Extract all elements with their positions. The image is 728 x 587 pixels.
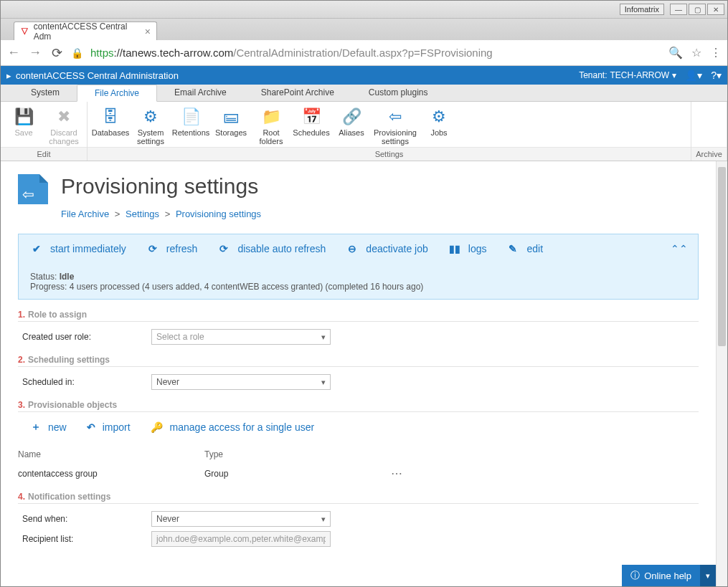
page-content: ⇦ Provisioning settings File Archive > S… <box>1 161 716 586</box>
object-action-manage-access[interactable]: 🔑manage access for a single user <box>151 421 315 434</box>
section-number: 4. <box>18 492 25 502</box>
cell-type: Group <box>204 469 391 479</box>
forward-button[interactable]: → <box>28 45 42 60</box>
ribbon-provisioning-button[interactable]: ⇦Provisioning settings <box>372 106 419 147</box>
action-disable-auto-refresh[interactable]: ⟳disable auto refresh <box>217 243 326 254</box>
provisioning-icon: ⇦ <box>384 108 406 126</box>
breadcrumb: File Archive > Settings > Provisioning s… <box>61 209 699 219</box>
ribbon-aliases-button[interactable]: 🔗Aliases <box>331 106 372 147</box>
ribbon-system-settings-button[interactable]: ⚙System settings <box>131 106 171 147</box>
cell-name: contentaccess group <box>18 469 204 479</box>
zoom-icon[interactable]: 🔍 <box>668 46 683 59</box>
scrollbar[interactable] <box>716 161 727 586</box>
ribbon-tab-custom-plugins[interactable]: Custom plugins <box>351 85 445 101</box>
collapse-chevron-icon[interactable]: ⌃⌃ <box>671 243 688 254</box>
action-deactivate-job[interactable]: ⊖deactivate job <box>346 243 427 254</box>
ribbon-tab-sharepoint-archive[interactable]: SharePoint Archive <box>244 85 351 101</box>
url-scheme: https <box>90 47 114 59</box>
action-start-immediately[interactable]: ✔start immediately <box>30 243 126 254</box>
ribbon-tab-system[interactable]: System <box>14 85 77 101</box>
recipient-list-input[interactable] <box>151 531 331 547</box>
storage-icon: 🖴 <box>220 108 242 126</box>
action-refresh[interactable]: ⟳refresh <box>146 243 198 254</box>
browser-menu-icon[interactable]: ⋮ <box>710 46 722 59</box>
alias-icon: 🔗 <box>341 108 362 126</box>
action-label: import <box>103 421 131 433</box>
row-actions-menu[interactable]: ⋯ <box>391 467 699 480</box>
user-menu-icon[interactable]: 👤▾ <box>685 70 702 81</box>
folder-icon: 📁 <box>260 108 282 126</box>
ribbon-jobs-button[interactable]: ⚙Jobs <box>419 106 459 147</box>
ribbon-item-label: Discard changes <box>45 128 82 145</box>
page-title: Provisioning settings <box>61 174 258 199</box>
breadcrumb-link[interactable]: Settings <box>126 209 159 219</box>
close-window-button[interactable]: ✕ <box>707 4 724 15</box>
online-help-button[interactable]: ⓘ Online help <box>622 565 700 586</box>
ribbon-schedules-button[interactable]: 📅Schedules <box>291 106 331 147</box>
select-value: Select a role <box>156 332 204 342</box>
online-help-dropdown[interactable]: ▾ <box>700 565 716 586</box>
breadcrumb-link[interactable]: File Archive <box>61 209 109 219</box>
section-number: 1. <box>18 310 25 320</box>
refresh-icon: ⟳ <box>146 243 159 254</box>
browser-tab-title: contentACCESS Central Adm <box>34 22 136 42</box>
tenant-selector[interactable]: Tenant: TECH-ARROW ▾ <box>579 70 676 80</box>
retention-icon: 📄 <box>180 108 202 126</box>
table-header-name: Name <box>18 449 204 459</box>
ribbon-tab-email-archive[interactable]: Email Archive <box>157 85 244 101</box>
check-icon: ✔ <box>30 243 43 254</box>
ribbon-storages-button[interactable]: 🖴Storages <box>211 106 251 147</box>
os-titlebar: Infomatrix — ▢ ✕ <box>1 1 727 19</box>
created-user-role-select[interactable]: Select a role <box>151 329 331 345</box>
table-row: contentaccess group Group ⋯ <box>18 462 699 485</box>
chevron-down-icon: ▾ <box>672 70 676 80</box>
action-logs[interactable]: ▮▮logs <box>448 243 487 254</box>
ribbon-item-label: Databases <box>92 128 130 137</box>
ribbon-root-folders-button[interactable]: 📁Root folders <box>251 106 291 147</box>
help-icon[interactable]: ?▾ <box>711 70 722 81</box>
reload-button[interactable]: ⟳ <box>49 45 64 61</box>
section-number: 2. <box>18 355 25 365</box>
send-when-select[interactable]: Never <box>151 511 331 527</box>
ribbon-save-button: 💾 Save <box>4 106 44 147</box>
ribbon-databases-button[interactable]: 🗄Databases <box>90 106 131 147</box>
ribbon-tab-file-archive[interactable]: File Archive <box>77 85 157 102</box>
action-label: new <box>48 421 67 433</box>
browser-tab[interactable]: contentACCESS Central Adm × <box>14 22 157 40</box>
info-icon: ⓘ <box>630 569 640 582</box>
minimize-button[interactable]: — <box>670 4 687 15</box>
browser-toolbar: ← → ⟳ 🔒 https://tanews.tech-arrow.com/Ce… <box>1 40 727 66</box>
bookmark-star-icon[interactable]: ☆ <box>691 46 701 59</box>
action-label: refresh <box>166 243 198 254</box>
ribbon-item-label: Aliases <box>339 128 364 137</box>
scrollbar-thumb[interactable] <box>718 167 726 346</box>
maximize-button[interactable]: ▢ <box>689 4 706 15</box>
created-user-role-label: Created user role: <box>22 332 151 342</box>
ribbon-tabs: System File Archive Email Archive ShareP… <box>1 85 727 102</box>
status-value: Idle <box>60 272 75 282</box>
scheduled-in-select[interactable]: Never <box>151 374 331 390</box>
section-scheduling-settings: 2.Scheduling settings Scheduled in: Neve… <box>18 355 699 390</box>
send-when-label: Send when: <box>22 514 151 524</box>
tab-close-icon[interactable]: × <box>141 26 151 37</box>
ribbon-item-label: Jobs <box>430 128 447 137</box>
action-edit[interactable]: ✎edit <box>506 243 543 254</box>
ribbon-group-label: Edit <box>1 147 87 161</box>
action-label: edit <box>526 243 543 254</box>
address-bar[interactable]: https://tanews.tech-arrow.com/CentralAdm… <box>90 47 661 59</box>
action-label: deactivate job <box>366 243 427 254</box>
save-icon: 💾 <box>13 108 34 126</box>
key-icon: 🔑 <box>151 421 163 433</box>
back-button[interactable]: ← <box>6 45 21 60</box>
object-action-import[interactable]: ↶import <box>87 421 131 434</box>
ribbon-retentions-button[interactable]: 📄Retentions <box>171 106 211 147</box>
action-label: logs <box>468 243 487 254</box>
select-value: Never <box>156 514 179 524</box>
object-action-new[interactable]: ＋new <box>31 421 67 434</box>
tenant-value: TECH-ARROW <box>610 70 670 80</box>
ribbon-item-label: Provisioning settings <box>373 128 417 145</box>
favicon-icon <box>20 27 29 37</box>
jobs-icon: ⚙ <box>428 108 450 126</box>
discard-icon: ✖ <box>53 108 75 126</box>
plus-icon: ＋ <box>31 421 41 434</box>
